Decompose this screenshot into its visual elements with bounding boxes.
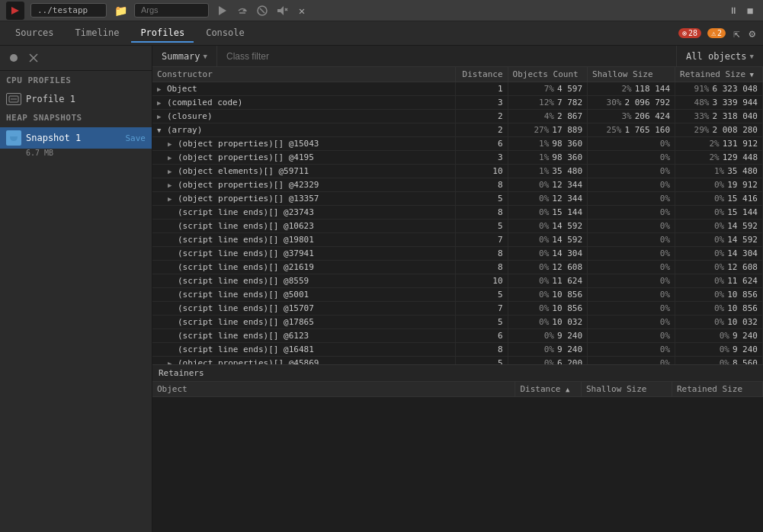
clear-btn[interactable] [26,50,41,66]
cell-count: 17 88927% [508,123,588,137]
rth-object[interactable]: Object [152,382,515,397]
run-icon[interactable] [215,3,230,18]
sidebar-item-profile1[interactable]: Profile 1 [0,90,152,108]
th-count[interactable]: Objects Count [508,67,588,82]
warn-icon: ⚠ [711,29,716,37]
tabbar: Sources Timeline Profiles Console ⊗ 28 ⚠… [0,21,763,46]
args-input[interactable] [134,3,209,18]
expand-arrow[interactable]: ▶ [168,181,175,189]
cell-retained: 12 6080% [675,261,763,274]
table-row[interactable]: ▶ (object properties)[] @4195 398 3601%0… [152,151,763,165]
objects-filter-btn[interactable]: All objects ▼ [676,46,763,67]
cell-retained: 14 5920% [675,220,763,233]
expand-arrow[interactable]: ▶ [168,195,175,203]
cell-retained: 10 8560% [675,302,763,316]
constructor-name: (object properties)[] @13357 [178,194,319,204]
cell-count: 14 5920% [508,233,588,247]
step-over-icon[interactable] [235,3,250,18]
rth-distance[interactable]: Distance ▲ [515,382,582,397]
constructor-name: (object properties)[] @42329 [178,180,319,190]
table-row[interactable]: ▶ (object properties)[] @15043 698 3601%… [152,137,763,151]
tab-sources[interactable]: Sources [6,24,63,43]
cell-shallow: 0% [588,137,675,151]
table-row[interactable]: ▶ (closure) 22 8674%206 4243%2 318 04033… [152,110,763,123]
cell-retained: 10 0320% [675,316,763,329]
constructor-name: (object properties)[] @15043 [178,139,319,149]
constructor-name: (script line ends)[] @6123 [178,331,309,341]
table-row[interactable]: (script line ends)[] @10623 514 5920%0%1… [152,220,763,233]
heap-table-container[interactable]: Constructor Distance Objects Count Shall… [152,67,763,364]
table-row[interactable]: (script line ends)[] @19801 714 5920%0%1… [152,233,763,247]
table-header: Constructor Distance Objects Count Shall… [152,67,763,82]
folder-icon[interactable]: 📁 [113,3,128,18]
expand-icon[interactable]: ⇱ [732,26,741,41]
cell-distance: 8 [455,178,508,192]
table-row[interactable]: (script line ends)[] @15707 710 8560%0%1… [152,302,763,316]
table-row[interactable]: (script line ends)[] @5001 510 8560%0%10… [152,288,763,302]
table-row[interactable]: ▼ (array) 217 88927%1 765 16025%2 008 28… [152,123,763,137]
table-row[interactable]: ▶ (compiled code) 37 78212%2 096 79230%3… [152,96,763,110]
heap-snapshots-title: HEAP SNAPSHOTS [0,108,152,127]
tab-console[interactable]: Console [197,24,254,43]
summary-btn[interactable]: Summary ▼ [152,46,217,67]
cell-count: 12 3440% [508,192,588,206]
cell-distance: 5 [455,357,508,365]
expand-arrow[interactable]: ▶ [157,99,165,107]
table-row[interactable]: ▶ (object elements)[] @59711 1035 4801%0… [152,165,763,178]
cell-distance: 6 [455,329,508,343]
rth-retained[interactable]: Retained Size [672,382,762,397]
settings-icon[interactable]: ⚙ [748,26,757,41]
class-filter-input[interactable] [217,51,676,62]
cell-shallow: 0% [588,165,675,178]
cell-retained: 131 9122% [675,137,763,151]
heap-table: Constructor Distance Objects Count Shall… [152,67,763,364]
table-row[interactable]: (script line ends)[] @21619 812 6080%0%1… [152,261,763,274]
table-row[interactable]: (script line ends)[] @37941 814 3040%0%1… [152,247,763,261]
expand-arrow[interactable]: ▶ [168,154,175,162]
table-row[interactable]: ▶ (object properties)[] @13357 512 3440%… [152,192,763,206]
tab-profiles[interactable]: Profiles [131,24,194,43]
expand-arrow[interactable]: ▼ [157,127,165,134]
constructor-name: (script line ends)[] @16481 [178,345,314,354]
th-retained[interactable]: Retained Size [675,67,763,82]
snapshot1-wrapper: Snapshot 1 Save 6.7 MB [0,127,152,160]
th-constructor[interactable]: Constructor [152,67,455,82]
tab-timeline[interactable]: Timeline [66,24,129,43]
table-row[interactable]: ▶ (object properties)[] @42329 812 3440%… [152,178,763,192]
table-row[interactable]: (script line ends)[] @17865 510 0320%0%1… [152,316,763,329]
app-icon [6,2,24,20]
table-row[interactable]: (script line ends)[] @23743 815 1440%0%1… [152,206,763,220]
cell-count: 2 8674% [508,110,588,123]
expand-arrow[interactable]: ▶ [168,140,175,148]
constructor-name: (script line ends)[] @19801 [178,235,314,245]
constructor-name: (compiled code) [167,98,242,107]
table-row[interactable]: ▶ (object properties)[] @45869 56 2000%0… [152,357,763,365]
expand-arrow[interactable]: ▶ [157,113,165,120]
args-field[interactable] [141,5,202,14]
expand-arrow[interactable]: ▶ [157,85,165,93]
cell-retained: 14 3040% [675,247,763,261]
cell-distance: 7 [455,302,508,316]
rth-shallow[interactable]: Shallow Size [582,382,672,397]
constructor-name: (array) [167,125,202,135]
record-btn[interactable] [6,50,21,66]
mute-icon[interactable] [274,3,290,18]
error-badge[interactable]: ⊗ 28 [678,28,701,38]
table-row[interactable]: ▶ Object 14 5977%118 1442%6 323 04891% [152,82,763,96]
table-row[interactable]: (script line ends)[] @6123 69 2400%0%9 2… [152,329,763,343]
save-button[interactable]: Save [126,133,146,143]
table-row[interactable]: (script line ends)[] @8559 1011 6240%0%1… [152,274,763,288]
th-shallow[interactable]: Shallow Size [588,67,675,82]
warn-badge[interactable]: ⚠ 2 [707,28,726,38]
th-distance[interactable]: Distance [455,67,508,82]
constructor-name: (script line ends)[] @37941 [178,248,314,258]
disconnect-icon[interactable]: ✕ [294,3,309,18]
stop-btn[interactable]: ■ [743,4,757,18]
table-row[interactable]: (script line ends)[] @16481 89 2400%0%9 … [152,343,763,357]
expand-arrow[interactable]: ▶ [168,168,175,175]
pause-btn[interactable]: ⏸ [726,4,740,18]
retainers-table-container[interactable]: Object Distance ▲ Shallow Size Retained … [152,382,763,532]
stop-icon[interactable] [255,3,270,18]
sidebar-item-snapshot1[interactable]: Snapshot 1 Save [0,127,152,149]
cell-distance: 5 [455,316,508,329]
